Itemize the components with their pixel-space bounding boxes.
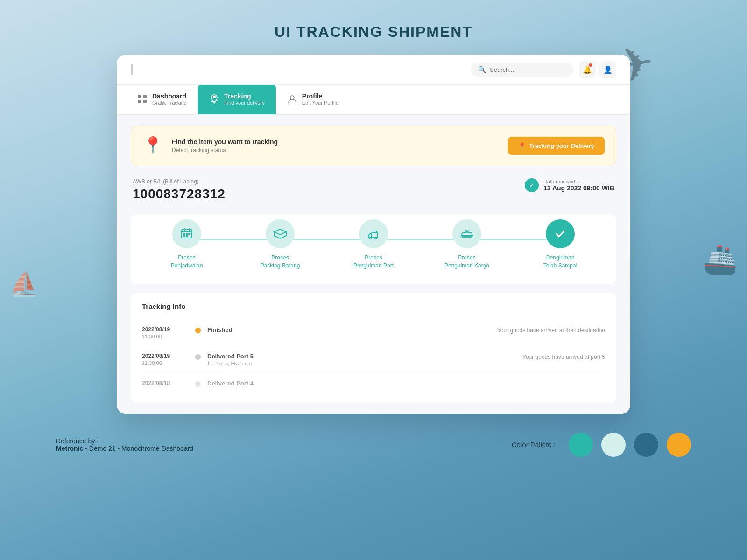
step-1-circle	[172, 219, 201, 248]
timeline-time-2: 11:30:00	[142, 360, 189, 366]
dashboard-icon	[137, 94, 148, 104]
color-swatch-yellow	[667, 433, 691, 457]
timeline-dot-col-2	[189, 353, 207, 360]
step-3: ProsesPengiriman Port	[327, 219, 420, 270]
dashboard-tab-text: Dashboard Grafik Tracking	[152, 92, 187, 105]
footer-ref-label: Reference by :	[56, 437, 99, 445]
timeline-dot-1	[195, 328, 201, 333]
track-delivery-button[interactable]: 📍 Tracking your Delivery	[508, 137, 605, 155]
footer-palette: Color Pallete :	[512, 433, 691, 457]
profile-button[interactable]: 👤	[599, 61, 616, 78]
awb-section: AWB or B/L (Bill of Lading) 100083728312…	[131, 178, 616, 202]
timeline-content-2: Delivered Port 5 🏳 Port 5, Myanmar	[207, 353, 504, 366]
nav-tabs: Dashboard Grafik Tracking Tracking Find …	[117, 85, 630, 115]
step-5-label: PengirimanTelah Sampai	[543, 254, 578, 270]
timeline-status-2: Delivered Port 5	[207, 353, 504, 360]
timeline-desc-1: Your goods have arrived at their destina…	[497, 327, 605, 334]
step-2-circle	[266, 219, 295, 248]
svg-point-5	[290, 96, 294, 99]
sidebar-toggle[interactable]	[131, 64, 133, 75]
banner-title: Find the item you want to tracking	[172, 138, 278, 146]
banner-text: Find the item you want to tracking Detec…	[172, 138, 278, 154]
timeline-date-1: 2022/08/19 11:30:00	[142, 326, 189, 339]
timeline-status-3: Delivered Port 4	[207, 380, 605, 387]
tracking-info-section: Tracking Info 2022/08/19 11:30:00 Finish…	[131, 293, 616, 403]
timeline-date-main-2: 2022/08/19	[142, 353, 189, 359]
footer-ref-bold: Metronic	[56, 445, 83, 452]
svg-rect-3	[143, 100, 147, 103]
footer-ref-rest: - Demo 21 - Monochrome Dashboard	[83, 445, 193, 452]
search-input[interactable]	[490, 66, 564, 73]
tab-tracking[interactable]: Tracking Find your delivery	[198, 85, 276, 114]
page-title-area: UI TRACKING SHIPMENT	[0, 0, 747, 55]
svg-rect-13	[183, 235, 185, 237]
timeline-dot-col-3	[189, 380, 207, 387]
check-circle-icon: ✓	[525, 178, 539, 192]
search-box[interactable]: 🔍	[471, 63, 573, 77]
timeline-dot-3	[195, 381, 201, 387]
timeline-desc-2: Your goods have arrived at port 5	[522, 354, 605, 360]
step-1-label: ProsesPenjadwalan	[171, 254, 203, 270]
track-btn-label: Tracking your Delivery	[529, 142, 594, 149]
notification-dot	[589, 63, 592, 67]
svg-rect-10	[183, 233, 185, 235]
user-icon: 👤	[603, 65, 613, 74]
timeline-date-2: 2022/08/19 11:30:00	[142, 353, 189, 366]
banner-subtitle: Detect tracking status	[172, 147, 278, 154]
tracking-icon	[209, 94, 219, 104]
profile-icon	[287, 94, 297, 104]
timeline-dot-col-1	[189, 326, 207, 333]
timeline-item-1: 2022/08/19 11:30:00 Finished Your goods …	[142, 320, 605, 346]
flag-icon-2: 🏳	[207, 361, 212, 366]
profile-tab-sub: Edit Your Porfile	[302, 100, 338, 105]
date-received: ✓ Date received : 12 Aug 2022 09:00 WIB	[525, 178, 614, 192]
color-swatch-light-teal	[601, 433, 626, 457]
color-swatch-blue	[634, 433, 658, 457]
svg-rect-0	[138, 95, 141, 98]
svg-rect-11	[186, 233, 188, 235]
timeline-date-3: 2022/08/18	[142, 380, 189, 386]
notification-button[interactable]: 🔔	[579, 61, 596, 78]
color-swatch-teal	[569, 433, 593, 457]
page-title: UI TRACKING SHIPMENT	[0, 23, 747, 41]
timeline-status-1: Finished	[207, 326, 479, 333]
dashboard-tab-sub: Grafik Tracking	[152, 100, 187, 105]
step-2-label: ProsesPacking Barang	[261, 254, 300, 270]
banner-left: 📍 Find the item you want to tracking Det…	[142, 136, 278, 155]
tracking-banner: 📍 Find the item you want to tracking Det…	[131, 126, 616, 165]
tab-dashboard[interactable]: Dashboard Grafik Tracking	[126, 85, 198, 114]
awb-info: AWB or B/L (Bill of Lading) 100083728312	[133, 178, 226, 202]
timeline-date-main-3: 2022/08/18	[142, 380, 189, 386]
dashboard-tab-title: Dashboard	[152, 92, 187, 100]
tab-profile[interactable]: Profile Edit Your Porfile	[276, 85, 350, 114]
banner-pin-icon: 📍	[142, 136, 163, 155]
step-1: ProsesPenjadwalan	[140, 219, 233, 270]
step-4: ProsesPengiriman Kargo	[420, 219, 514, 270]
svg-rect-14	[186, 235, 188, 237]
main-card: 🔍 🔔 👤 Dashboar	[117, 55, 630, 414]
svg-rect-1	[143, 95, 147, 98]
date-received-value: 12 Aug 2022 09:00 WIB	[543, 184, 614, 192]
profile-tab-text: Profile Edit Your Porfile	[302, 92, 338, 105]
steps-container: ProsesPenjadwalan ProsesPacking Barang	[131, 215, 616, 284]
date-info: Date received : 12 Aug 2022 09:00 WIB	[543, 179, 614, 192]
step-2: ProsesPacking Barang	[233, 219, 327, 270]
content-area: 📍 Find the item you want to tracking Det…	[117, 115, 630, 414]
tracking-info-title: Tracking Info	[142, 302, 605, 310]
step-3-circle	[359, 219, 388, 248]
palette-label: Color Pallete :	[512, 441, 556, 448]
header-left	[131, 64, 133, 75]
step-4-label: ProsesPengiriman Kargo	[444, 254, 489, 270]
step-5-circle	[546, 219, 575, 248]
tracking-tab-title: Tracking	[224, 92, 265, 100]
svg-point-4	[213, 96, 216, 98]
page-footer: Reference by : Metronic - Demo 21 - Mono…	[0, 414, 747, 476]
ship-right-decoration: 🚢	[703, 243, 738, 276]
header-icons: 🔔 👤	[579, 61, 616, 78]
svg-rect-12	[188, 233, 190, 235]
step-3-label: ProsesPengiriman Port	[353, 254, 394, 270]
timeline-item-3: 2022/08/18 Delivered Port 4	[142, 373, 605, 393]
awb-number: 100083728312	[133, 187, 226, 202]
tracking-tab-text: Tracking Find your delivery	[224, 92, 265, 105]
profile-tab-title: Profile	[302, 92, 338, 100]
